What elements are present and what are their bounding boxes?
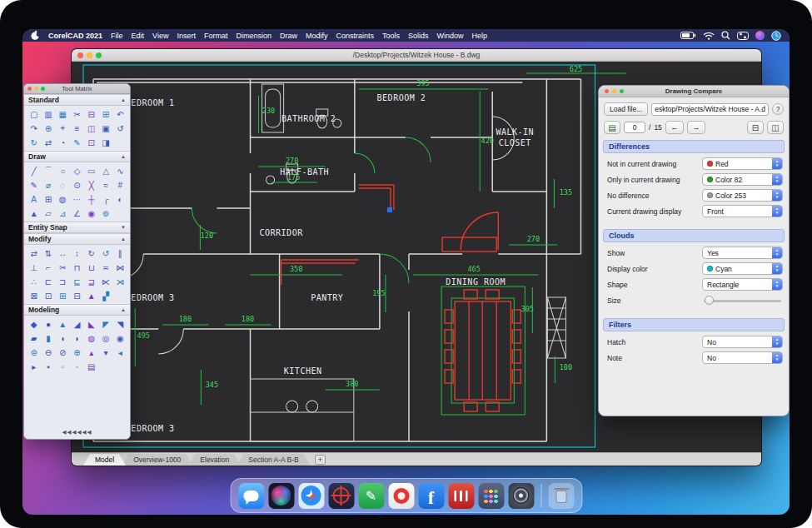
menu-solids[interactable]: Solids [408,32,429,40]
tool-icon[interactable]: ⊠ [27,289,41,302]
tool-icon[interactable]: ⌐ [41,261,55,274]
tool-icon[interactable]: ▴ [84,346,98,359]
tool-icon[interactable]: ▦ [56,107,70,121]
tool-icon[interactable]: # [113,178,127,192]
menubar-app-name[interactable]: CorelCAD 2021 [48,32,102,40]
tool-icon[interactable]: ⊜ [27,346,41,359]
tool-icon[interactable]: ⊞ [56,289,70,302]
tool-icon[interactable]: ▤ [84,360,98,373]
tool-icon[interactable]: ▱ [41,207,55,220]
tool-icon[interactable]: ⊡ [41,289,55,302]
sheet-tab-model[interactable]: Model [83,454,126,466]
facebook-dock-icon[interactable]: f [418,483,444,509]
tool-icon[interactable]: ⊿ [56,207,70,220]
tool-icon[interactable]: ◔ [56,136,70,149]
tool-icon[interactable]: ∥ [113,247,127,260]
setting-dropdown[interactable]: Cyan▲▼ [702,262,783,275]
menu-dimension[interactable]: Dimension [236,32,271,40]
setting-dropdown[interactable]: Red▲▼ [702,157,783,170]
setting-dropdown[interactable]: No▲▼ [702,336,783,348]
menu-constraints[interactable]: Constraints [336,32,375,40]
tool-icon[interactable]: ▭ [84,164,98,177]
tool-icon[interactable]: ≍ [98,261,112,274]
help-button[interactable]: ? [772,103,784,115]
menu-format[interactable]: Format [204,32,228,40]
tool-icon[interactable]: ▸ [27,360,41,373]
compare-report-icon[interactable]: ▤ [604,121,620,134]
tool-icon[interactable]: ⋊ [113,275,127,288]
palette-close-button[interactable] [27,87,32,91]
tool-icon[interactable]: ⊖ [41,346,55,359]
tool-icon[interactable]: ⊓ [70,261,84,274]
menu-file[interactable]: File [111,32,123,40]
tool-icon[interactable]: ⊐ [56,275,70,288]
tool-icon[interactable]: ∴ [27,275,41,288]
tool-icon[interactable]: ▲ [56,317,70,331]
tool-icon[interactable]: ▢ [27,107,41,121]
tool-icon[interactable]: ◤ [98,317,112,331]
tool-icon[interactable]: ▲ [84,289,98,302]
tool-icon[interactable]: ⋯ [70,192,84,206]
tool-icon[interactable]: ⌀ [41,178,55,192]
tool-matrix-collapse-arrows[interactable]: ◀◀◀◀◀◀ [24,426,130,439]
tool-icon[interactable]: ⋈ [113,261,127,274]
tool-icon[interactable]: ▞ [98,289,112,302]
setting-dropdown[interactable]: Front▲▼ [702,205,783,217]
tool-icon[interactable]: ◐ [113,192,127,206]
tool-icon[interactable]: A [27,192,41,206]
tool-icon[interactable]: ⊘ [56,346,70,359]
tool-icon[interactable]: ✂ [56,261,70,274]
tool-icon[interactable]: ⇄ [41,136,55,149]
tool-icon[interactable]: ↕ [70,247,84,260]
setting-dropdown[interactable]: Yes▲▼ [702,247,783,259]
tool-icon[interactable]: ◢ [70,317,84,331]
setting-dropdown[interactable]: Color 82▲▼ [702,173,783,186]
battery-icon[interactable] [680,32,696,39]
menu-draw[interactable]: Draw [280,32,297,40]
menu-window[interactable]: Window [437,32,464,40]
compare-file-path[interactable] [651,103,769,116]
next-difference-button[interactable]: → [687,121,705,134]
palette-zoom-button[interactable] [41,87,45,91]
menu-insert[interactable]: Insert [177,32,196,40]
tool-icon[interactable]: ⊡ [84,136,98,149]
tool-icon[interactable]: ⊞ [41,192,55,206]
selection-marker[interactable] [387,207,392,212]
tool-icon[interactable]: ◦ [70,360,84,373]
tool-icon[interactable]: ✎ [27,178,41,192]
tool-icon[interactable]: ⊕ [70,346,84,359]
tool-icon[interactable]: ▮ [41,331,55,345]
tool-matrix-section-modeling[interactable]: Modeling▲ [24,304,130,316]
tool-icon[interactable]: ▥ [41,107,55,121]
tool-matrix-section-standard[interactable]: Standard▲ [24,94,130,106]
corelcad-dock-icon[interactable] [328,483,354,509]
slider-knob[interactable] [705,296,714,305]
tool-icon[interactable]: ◍ [56,192,70,206]
red-app-dock-icon[interactable] [448,483,474,509]
menu-help[interactable]: Help [472,32,488,40]
menu-edit[interactable]: Edit [132,32,145,40]
previous-difference-button[interactable]: ← [665,121,684,134]
tool-icon[interactable]: ≈ [98,178,112,192]
tool-icon[interactable]: ⊒ [84,275,98,288]
tool-icon[interactable]: ↔ [56,247,70,260]
tool-icon[interactable]: ⇅ [41,247,55,260]
tool-icon[interactable]: ▫ [56,360,70,373]
menu-view[interactable]: View [152,32,168,40]
side-by-side-icon[interactable]: ◫ [767,121,784,134]
collapse-arrow-icon[interactable]: ▲ [121,307,126,312]
menu-tools[interactable]: Tools [382,32,400,40]
tool-icon[interactable]: ◉ [84,207,98,220]
tool-icon[interactable]: ⊟ [70,289,84,302]
tool-icon[interactable]: ⋉ [98,275,112,288]
tool-icon[interactable]: ⊟ [84,107,98,121]
tool-icon[interactable]: ◂ [113,346,127,359]
tool-icon[interactable]: ╳ [84,178,98,192]
launchpad-dock-icon[interactable] [478,483,504,509]
sheet-tab-overview-1000[interactable]: Overview-1000 [122,454,192,466]
tool-icon[interactable]: ◇ [70,164,84,177]
add-sheet-button[interactable]: + [315,455,326,465]
compare-minimize-button[interactable] [612,89,616,93]
size-slider[interactable] [702,294,783,306]
tool-icon[interactable]: ↺ [98,247,112,260]
